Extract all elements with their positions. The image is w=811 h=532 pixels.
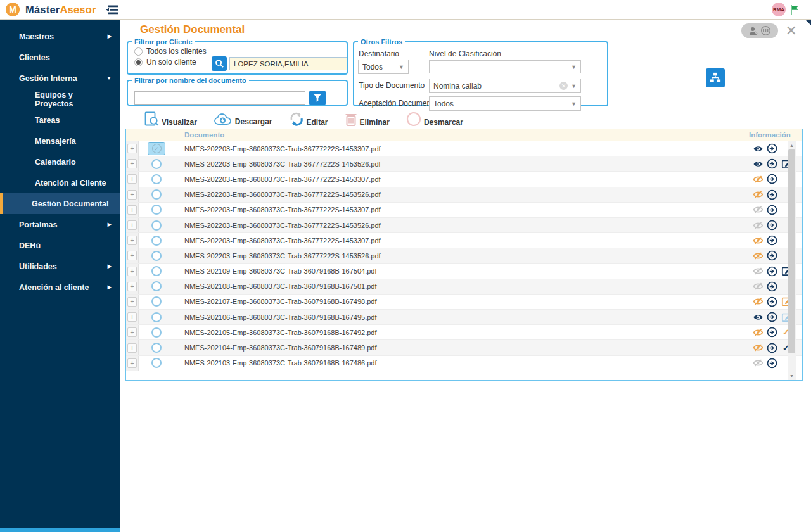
eye-crossed-icon[interactable] [753,296,763,307]
document-filename[interactable]: NMES-202105-Emp-36080373C-Trab-36079168B… [174,329,753,336]
document-filename[interactable]: NMES-202203-Emp-36080373C-Trab-36777222S… [174,145,753,153]
table-row[interactable]: + NMES-202103-Emp-36080373C-Trab-3607916… [126,356,802,371]
row-checkbox[interactable] [151,251,162,261]
expand-plus-icon[interactable]: + [127,190,137,200]
scroll-up-icon[interactable]: ▲ [788,141,796,149]
table-row[interactable]: + NMES-202107-Emp-36080373C-Trab-3607916… [126,294,802,310]
row-select-cell[interactable] [139,220,174,231]
docname-input[interactable] [134,91,305,104]
row-select-cell[interactable] [139,358,174,368]
document-filename[interactable]: NMES-202109-Emp-36080373C-Trab-36079168B… [174,267,753,275]
download-arrow-icon[interactable] [767,343,777,353]
sidebar-item-gestion-documental[interactable]: Gestión Documental [0,193,120,214]
row-select-cell[interactable] [139,266,174,276]
table-row[interactable]: + NMES-202203-Emp-36080373C-Trab-3677722… [126,248,802,263]
row-select-cell[interactable] [139,312,174,322]
eye-crossed-icon[interactable] [753,220,763,231]
expand-plus-icon[interactable]: + [127,174,137,184]
expand-plus-icon[interactable]: + [127,282,137,291]
table-row[interactable]: + NMES-202203-Emp-36080373C-Trab-3677722… [126,156,802,172]
client-contact-pill[interactable] [741,23,778,38]
download-arrow-icon[interactable] [767,143,777,154]
document-filename[interactable]: NMES-202108-Emp-36080373C-Trab-36079168B… [174,282,753,290]
row-checkbox[interactable] [151,327,162,338]
eye-crossed-icon[interactable] [753,358,763,369]
eye-crossed-icon[interactable] [753,205,763,215]
docname-filter-button[interactable] [309,91,326,105]
expand-plus-icon[interactable]: + [127,205,137,215]
download-arrow-icon[interactable] [767,266,777,277]
row-select-cell[interactable] [139,236,174,246]
eye-crossed-icon[interactable] [753,174,763,184]
sidebar-item-clientes[interactable]: Clientes [0,47,120,68]
download-arrow-icon[interactable] [767,358,777,369]
expand-plus-icon[interactable]: + [127,343,137,353]
document-filename[interactable]: NMES-202203-Emp-36080373C-Trab-36777222S… [174,237,753,244]
org-chart-button[interactable] [706,68,725,87]
visualizar-button[interactable]: Visualizar [144,111,197,127]
download-arrow-icon[interactable] [767,174,777,184]
close-icon[interactable]: ✕ [786,25,797,37]
eye-crossed-icon[interactable] [753,281,763,292]
sidebar-item-portalmas[interactable]: Portalmas▶ [0,214,120,235]
expand-plus-icon[interactable]: + [127,297,137,307]
row-select-cell[interactable] [139,174,174,184]
document-filename[interactable]: NMES-202104-Emp-36080373C-Trab-36079168B… [174,344,753,352]
document-filename[interactable]: NMES-202203-Emp-36080373C-Trab-36777222S… [174,160,753,168]
row-checkbox[interactable] [151,281,162,291]
row-checkbox[interactable] [151,205,162,215]
eliminar-button[interactable]: Eliminar [345,112,390,127]
row-checkbox[interactable] [151,174,162,184]
expand-plus-icon[interactable]: + [127,327,137,337]
row-checkbox[interactable] [151,220,162,231]
row-checkbox[interactable] [151,296,162,307]
table-row[interactable]: + NMES-202203-Emp-36080373C-Trab-3677722… [126,218,802,233]
editar-button[interactable]: Editar [289,111,328,127]
document-filename[interactable]: NMES-202106-Emp-36080373C-Trab-36079168B… [174,314,753,321]
sidebar-item-equipos-y-proyectos[interactable]: Equipos y Proyectos [0,89,120,110]
eye-crossed-icon[interactable] [753,235,763,246]
expand-plus-icon[interactable]: + [127,251,137,260]
radio-icon[interactable] [134,48,143,56]
eye-crossed-icon[interactable] [753,343,763,353]
row-checkbox[interactable] [151,236,162,246]
download-arrow-icon[interactable] [767,312,777,322]
expand-plus-icon[interactable]: + [127,220,137,230]
row-checkbox-selected[interactable]: ✓ [148,142,165,155]
eye-crossed-icon[interactable] [753,189,763,200]
download-arrow-icon[interactable] [767,327,777,338]
radio-icon[interactable] [134,58,143,66]
row-checkbox[interactable] [151,159,162,169]
client-search-button[interactable] [212,56,227,71]
table-row[interactable]: + NMES-202109-Emp-36080373C-Trab-3607916… [126,264,802,279]
table-row[interactable]: + NMES-202203-Emp-36080373C-Trab-3677722… [126,172,802,187]
table-row[interactable]: + NMES-202203-Emp-36080373C-Trab-3677722… [126,187,802,203]
table-row[interactable]: + ✓ NMES-202203-Emp-36080373C-Trab-36777… [126,141,802,156]
expand-plus-icon[interactable]: + [127,236,137,245]
expand-plus-icon[interactable]: + [127,267,137,276]
sidebar-item-atencion-al-cliente[interactable]: Atención al Cliente [0,172,120,193]
document-filename[interactable]: NMES-202203-Emp-36080373C-Trab-36777222S… [174,191,753,198]
row-select-cell[interactable] [139,343,174,353]
user-initials-badge[interactable]: RMA [772,3,786,16]
aceptacion-select[interactable]: Todos ▼ [429,96,581,111]
expand-plus-icon[interactable]: + [127,144,137,153]
row-select-cell[interactable] [139,251,174,261]
eye-visible-icon[interactable] [753,143,763,154]
eye-crossed-icon[interactable] [753,250,763,261]
destinatario-select[interactable]: Todos ▼ [358,60,409,74]
download-arrow-icon[interactable] [767,281,777,292]
clear-icon[interactable]: ✕ [559,82,568,90]
sidebar-item-calendario[interactable]: Calendario [0,151,120,172]
download-arrow-icon[interactable] [767,205,777,215]
table-row[interactable]: + NMES-202203-Emp-36080373C-Trab-3677722… [126,233,802,248]
row-checkbox[interactable] [151,189,162,200]
row-checkbox[interactable] [151,358,162,368]
scrollbar-thumb[interactable] [788,149,795,353]
sidebar-item-maestros[interactable]: Maestros▶ [0,26,120,47]
vertical-scrollbar[interactable]: ▲ ▼ [788,141,796,380]
download-arrow-icon[interactable] [767,296,777,307]
table-row[interactable]: + NMES-202203-Emp-36080373C-Trab-3677722… [126,203,802,218]
eye-crossed-icon[interactable] [753,266,763,277]
radio-all-clients[interactable]: Todos los clientes [134,47,347,56]
